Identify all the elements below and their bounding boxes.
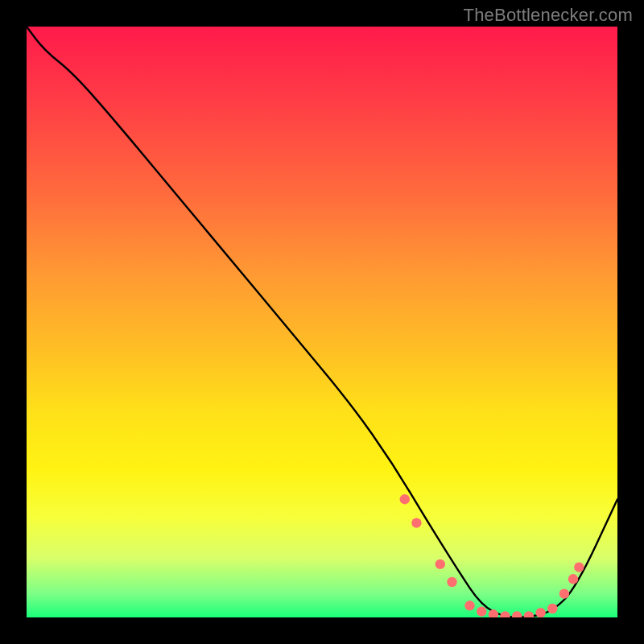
marker-dot	[524, 611, 534, 617]
attribution-label: TheBottlenecker.com	[464, 5, 633, 26]
marker-dot	[436, 559, 445, 569]
marker-dot	[535, 608, 545, 617]
marker-dots	[400, 494, 584, 617]
curve-layer	[27, 27, 617, 617]
marker-dot	[559, 588, 569, 598]
chart-frame: TheBottlenecker.com	[0, 0, 644, 644]
marker-dot	[477, 607, 486, 617]
plot-area	[27, 27, 617, 617]
marker-dot	[568, 574, 578, 584]
marker-dot	[500, 611, 510, 617]
marker-dot	[447, 577, 456, 587]
marker-dot	[400, 494, 410, 504]
marker-dot	[547, 604, 557, 613]
marker-dot	[411, 518, 421, 527]
bottleneck-curve-line	[27, 27, 617, 617]
marker-dot	[464, 601, 474, 610]
marker-dot	[512, 611, 522, 617]
marker-dot	[574, 562, 584, 572]
